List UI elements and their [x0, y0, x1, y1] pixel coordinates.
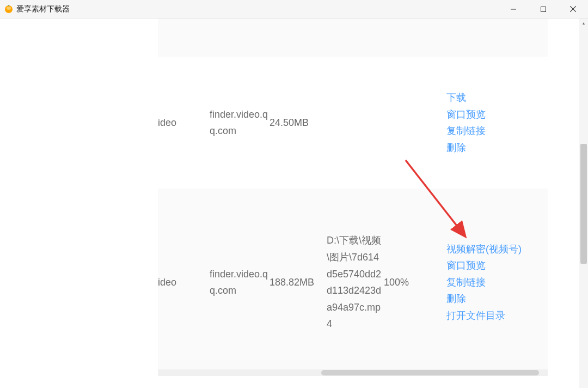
cell-name: ideo	[158, 274, 210, 291]
delete-link[interactable]: 删除	[446, 140, 544, 156]
scroll-up-icon[interactable]: ▴	[579, 19, 588, 27]
copylink-link[interactable]: 复制链接	[446, 274, 544, 291]
delete-link[interactable]: 删除	[446, 290, 544, 307]
cell-progress: 100%	[384, 274, 446, 291]
close-button[interactable]	[558, 0, 588, 19]
window-controls	[498, 0, 588, 18]
vertical-scroll-thumb[interactable]	[580, 144, 587, 264]
cell-name: ideo	[158, 114, 210, 131]
app-icon	[4, 5, 13, 14]
maximize-button[interactable]	[528, 0, 558, 19]
preview-link[interactable]: 窗口预览	[446, 257, 544, 274]
cell-path: D:\下载\视频\图片\7d614d5e5740dd2d113d2423da94…	[327, 232, 384, 332]
vertical-scrollbar[interactable]: ▴	[579, 19, 588, 388]
cell-size: 188.82MB	[270, 274, 327, 291]
copylink-link[interactable]: 复制链接	[446, 123, 544, 140]
cell-domain: finder.video.qq.com	[210, 106, 270, 140]
cell-size: 24.50MB	[270, 114, 327, 131]
cell-actions: 视频解密(视频号) 窗口预览 复制链接 删除 打开文件目录	[446, 241, 544, 324]
horizontal-scroll-thumb[interactable]	[321, 370, 539, 375]
main-panel: ideo finder.video.qq.com 24.50MB 下载 窗口预览…	[0, 19, 579, 388]
cell-domain: finder.video.qq.com	[210, 266, 270, 299]
minimize-button[interactable]	[498, 0, 528, 19]
content-area: ideo finder.video.qq.com 24.50MB 下载 窗口预览…	[0, 19, 588, 388]
app-title: 爱享素材下载器	[16, 4, 70, 14]
partial-row-top	[158, 19, 548, 57]
preview-link[interactable]: 窗口预览	[446, 106, 544, 123]
horizontal-scrollbar[interactable]	[158, 369, 548, 376]
download-link[interactable]: 下载	[446, 89, 544, 106]
svg-point-1	[7, 7, 11, 10]
table-row: ideo finder.video.qq.com 24.50MB 下载 窗口预览…	[0, 57, 579, 189]
table-row: ideo finder.video.qq.com 188.82MB D:\下载\…	[158, 189, 548, 376]
titlebar: 爱享素材下载器	[0, 0, 588, 19]
svg-rect-3	[541, 7, 546, 11]
decrypt-link[interactable]: 视频解密(视频号)	[446, 241, 544, 258]
cell-actions: 下载 窗口预览 复制链接 删除	[446, 89, 544, 156]
openfolder-link[interactable]: 打开文件目录	[446, 307, 544, 324]
